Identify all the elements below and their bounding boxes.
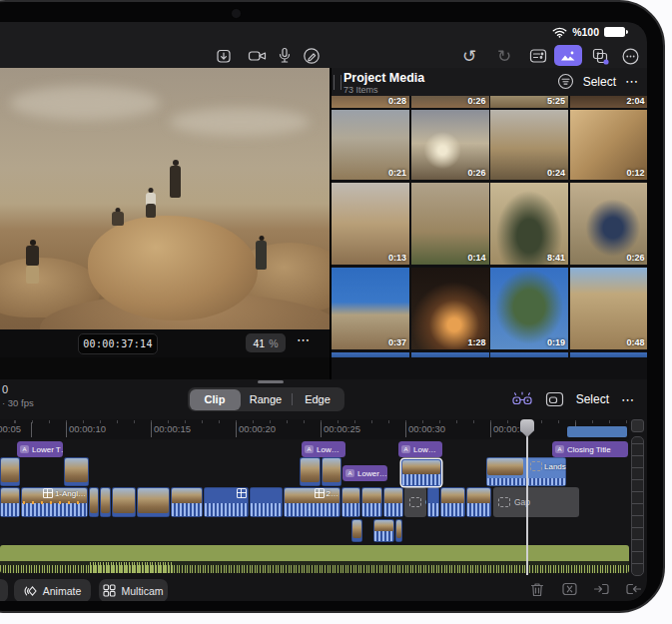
media-item[interactable]: 8:41 bbox=[490, 183, 568, 265]
media-item[interactable]: 0:14 bbox=[411, 183, 489, 265]
storyline-bar-clip[interactable] bbox=[567, 426, 627, 437]
gap-clip[interactable]: G… bbox=[404, 487, 426, 517]
title-clip[interactable]: ALower T… bbox=[17, 441, 63, 457]
video-clip[interactable] bbox=[64, 457, 89, 486]
more-icon[interactable] bbox=[617, 45, 643, 67]
multicam-button[interactable]: Multicam bbox=[99, 579, 168, 601]
record-camera-icon[interactable] bbox=[245, 45, 271, 67]
title-clip[interactable]: ALow… bbox=[398, 441, 442, 457]
media-item[interactable]: 0:21 bbox=[332, 110, 409, 180]
clip-label-row: 1-Angl… bbox=[43, 488, 86, 498]
media-item[interactable]: 2:04 bbox=[570, 96, 648, 108]
media-item[interactable]: 0:28 bbox=[332, 96, 409, 108]
video-clip[interactable] bbox=[373, 519, 394, 542]
media-item[interactable] bbox=[490, 352, 568, 357]
video-clip[interactable] bbox=[466, 487, 491, 517]
clip-thumbnail bbox=[90, 488, 98, 513]
import-icon[interactable] bbox=[211, 45, 237, 67]
media-item[interactable]: 0:13 bbox=[332, 183, 409, 265]
video-clip[interactable] bbox=[361, 487, 382, 517]
viewer-video-preview[interactable] bbox=[0, 68, 330, 329]
zoom-level-control[interactable]: 41 % bbox=[246, 333, 286, 352]
video-clip[interactable] bbox=[351, 519, 362, 542]
append-icon[interactable] bbox=[623, 579, 643, 599]
media-panel-title: Project Media bbox=[343, 71, 424, 85]
overwrite-icon[interactable] bbox=[591, 579, 611, 599]
video-clip[interactable] bbox=[341, 487, 360, 517]
title-clip[interactable]: ALow… bbox=[302, 441, 345, 457]
video-clip[interactable] bbox=[395, 519, 402, 542]
gap-clip[interactable]: Gap bbox=[493, 487, 579, 517]
media-item[interactable]: 0:12 bbox=[570, 110, 648, 180]
video-clip[interactable] bbox=[204, 487, 249, 517]
record-mic-icon[interactable] bbox=[272, 45, 298, 67]
clip-waveform bbox=[205, 503, 248, 516]
clip-waveform bbox=[362, 503, 381, 516]
video-clip[interactable] bbox=[250, 487, 283, 517]
partial-tool-button[interactable] bbox=[0, 579, 8, 601]
video-clip[interactable] bbox=[137, 487, 170, 517]
media-item-duration: 0:26 bbox=[467, 168, 485, 178]
media-item-duration: 0:26 bbox=[626, 253, 644, 263]
video-clip[interactable] bbox=[89, 487, 99, 517]
clip-label-row bbox=[237, 488, 247, 498]
undo-icon[interactable]: ↺ bbox=[456, 45, 482, 67]
viewer-controls: 00:00:37:14 41 % ⋯ bbox=[0, 329, 330, 357]
trash-icon[interactable] bbox=[527, 579, 547, 599]
redo-icon[interactable]: ↻ bbox=[491, 45, 517, 67]
clip-waveform bbox=[1, 503, 19, 516]
video-clip[interactable] bbox=[383, 487, 403, 517]
viewer-more-icon[interactable]: ⋯ bbox=[297, 332, 311, 347]
video-clip[interactable] bbox=[100, 487, 111, 517]
effects-icon[interactable] bbox=[587, 45, 613, 67]
clip-waveform bbox=[22, 503, 87, 516]
media-item-duration: 8:41 bbox=[547, 253, 565, 263]
media-select-button[interactable]: Select bbox=[583, 75, 616, 89]
video-clip[interactable] bbox=[322, 457, 341, 486]
video-clip[interactable] bbox=[427, 487, 439, 517]
media-item[interactable]: 0:19 bbox=[490, 268, 568, 349]
viewer-panel: 00:00:37:14 41 % ⋯ bbox=[0, 68, 330, 379]
top-toolbar: %100 ↺ ↻ bbox=[0, 22, 647, 68]
vertical-scrollbar[interactable] bbox=[631, 436, 644, 576]
track-height-button[interactable] bbox=[631, 419, 644, 432]
app-screen: %100 ↺ ↻ bbox=[0, 22, 647, 601]
clip-inspector-icon[interactable] bbox=[525, 45, 551, 67]
media-item[interactable] bbox=[332, 352, 409, 357]
media-browser-icon[interactable] bbox=[554, 45, 582, 66]
video-clip[interactable] bbox=[401, 459, 441, 486]
timecode-display[interactable]: 00:00:37:14 bbox=[78, 333, 158, 354]
clip-icon bbox=[530, 461, 542, 471]
media-item[interactable]: 0:26 bbox=[411, 110, 489, 180]
media-item[interactable]: 1:28 bbox=[411, 268, 489, 349]
panel-resize-handle[interactable] bbox=[334, 75, 341, 90]
media-item[interactable] bbox=[411, 352, 489, 357]
gap-icon bbox=[498, 497, 510, 507]
title-clip[interactable]: ALower… bbox=[342, 465, 387, 481]
video-clip[interactable]: 1-Angl… bbox=[21, 487, 88, 517]
zoom-unit: % bbox=[269, 337, 278, 349]
music-clip[interactable] bbox=[0, 545, 629, 573]
pencil-tools-icon[interactable] bbox=[299, 45, 325, 67]
animate-button[interactable]: Animate bbox=[14, 579, 91, 601]
page: %100 ↺ ↻ bbox=[0, 0, 672, 624]
blade-icon[interactable] bbox=[559, 579, 579, 599]
media-more-icon[interactable]: ⋯ bbox=[625, 74, 639, 89]
video-clip[interactable] bbox=[112, 487, 136, 517]
video-clip[interactable]: 2… bbox=[284, 487, 340, 517]
media-item[interactable]: 0:37 bbox=[332, 268, 409, 349]
video-clip[interactable] bbox=[0, 457, 20, 486]
video-clip[interactable] bbox=[440, 487, 465, 517]
media-item[interactable] bbox=[570, 352, 648, 357]
media-item[interactable]: 5:25 bbox=[490, 96, 568, 108]
media-item[interactable]: 0:26 bbox=[570, 183, 648, 265]
video-clip[interactable] bbox=[171, 487, 203, 517]
title-clip[interactable]: AClosing Title bbox=[552, 441, 628, 457]
sort-filter-icon[interactable] bbox=[557, 73, 574, 90]
media-item[interactable]: 0:24 bbox=[490, 110, 568, 180]
video-clip[interactable] bbox=[300, 457, 321, 486]
media-item[interactable]: 0:48 bbox=[570, 268, 648, 349]
media-item[interactable]: 0:26 bbox=[411, 96, 489, 108]
person-silhouette bbox=[256, 236, 267, 270]
video-clip[interactable] bbox=[0, 487, 20, 517]
